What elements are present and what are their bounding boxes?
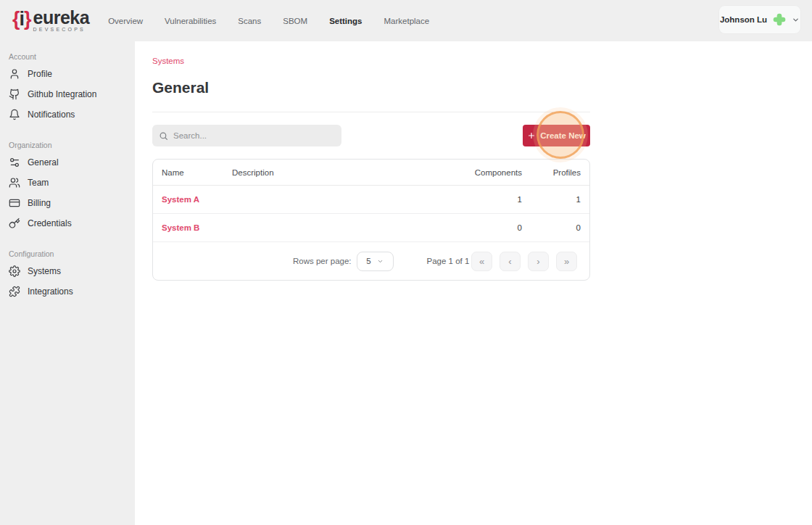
settings-sidebar: Account Profile Github Integration Notif… [0,41,135,525]
row-components-count: 1 [455,195,522,204]
search-box[interactable] [152,125,341,146]
chevron-down-icon [792,16,800,24]
table-header-row: Name Description Components Profiles [153,160,589,186]
search-input[interactable] [173,131,335,140]
credit-card-icon [9,197,20,209]
sidebar-item-integrations[interactable]: Integrations [0,281,135,302]
topbar: {i} eureka DEVSECOPS Overview Vulnerabil… [0,0,812,41]
nav-marketplace[interactable]: Marketplace [384,17,430,25]
user-name: Johnson Lu [720,15,767,24]
sidebar-item-notifications[interactable]: Notifications [0,104,135,125]
nav-sbom[interactable]: SBOM [283,17,307,25]
system-link[interactable]: System A [162,195,199,204]
brand-tagline: DEVSECOPS [33,27,90,32]
pagination-controls: « ‹ › » [471,252,577,271]
puzzle-icon [9,286,20,297]
user-menu[interactable]: Johnson Lu [719,6,800,33]
column-header-profiles: Profiles [522,168,589,177]
bell-icon [9,109,20,120]
nav-overview[interactable]: Overview [108,17,143,25]
rows-per-page-label: Rows per page: [293,257,352,265]
table-row[interactable]: System B 0 0 [153,214,589,242]
users-icon [9,177,20,189]
row-profiles-count: 0 [522,223,589,232]
divider [152,112,590,112]
row-components-count: 0 [455,223,522,232]
toolbar: Create New [152,125,590,146]
table-row[interactable]: System A 1 1 [153,186,589,214]
sidebar-section-account: Account [0,52,135,61]
key-icon [9,218,20,229]
sidebar-item-billing[interactable]: Billing [0,193,135,213]
brand-name: eureka [33,9,90,25]
sidebar-item-systems[interactable]: Systems [0,261,135,281]
sidebar-item-credentials[interactable]: Credentials [0,213,135,233]
user-icon [9,68,20,80]
column-header-name: Name [153,168,224,177]
system-link[interactable]: System B [162,223,199,232]
top-navigation: Overview Vulnerabilities Scans SBOM Sett… [108,17,429,25]
search-icon [159,131,168,141]
sidebar-section-configuration: Configuration [0,249,135,258]
sliders-icon [9,157,20,168]
breadcrumb[interactable]: Systems [152,57,184,65]
page-title: General [152,79,795,96]
systems-table: Name Description Components Profiles Sys… [152,159,590,281]
nav-scans[interactable]: Scans [238,17,261,25]
nav-settings[interactable]: Settings [329,17,362,25]
nav-vulnerabilities[interactable]: Vulnerabilities [165,17,216,25]
click-highlight-annotation [536,111,584,159]
row-profiles-count: 1 [522,195,589,204]
page-status: Page 1 of 1 [427,257,470,265]
pagination-prev-button[interactable]: ‹ [500,252,521,271]
avatar [772,12,787,27]
pagination-last-button[interactable]: » [556,252,577,271]
chevron-down-icon [377,258,384,265]
sidebar-item-general[interactable]: General [0,152,135,173]
app-logo[interactable]: {i} eureka DEVSECOPS [12,9,89,32]
sidebar-item-github-integration[interactable]: Github Integration [0,84,135,104]
table-footer: Rows per page: 5 Page 1 of 1 « ‹ › » [153,242,589,280]
gear-icon [9,265,20,277]
pagination-first-button[interactable]: « [471,252,492,271]
rows-per-page-select[interactable]: 5 [357,252,394,271]
main-content: Systems General Create New Name Descript… [135,41,812,525]
logo-braces-icon: {i} [12,9,31,29]
sidebar-section-organization: Organization [0,141,135,149]
plus-icon [527,131,536,140]
column-header-components: Components [455,168,522,177]
github-icon [9,88,20,100]
column-header-description: Description [224,168,455,177]
sidebar-item-profile[interactable]: Profile [0,64,135,84]
sidebar-item-team[interactable]: Team [0,173,135,193]
pagination-next-button[interactable]: › [528,252,549,271]
